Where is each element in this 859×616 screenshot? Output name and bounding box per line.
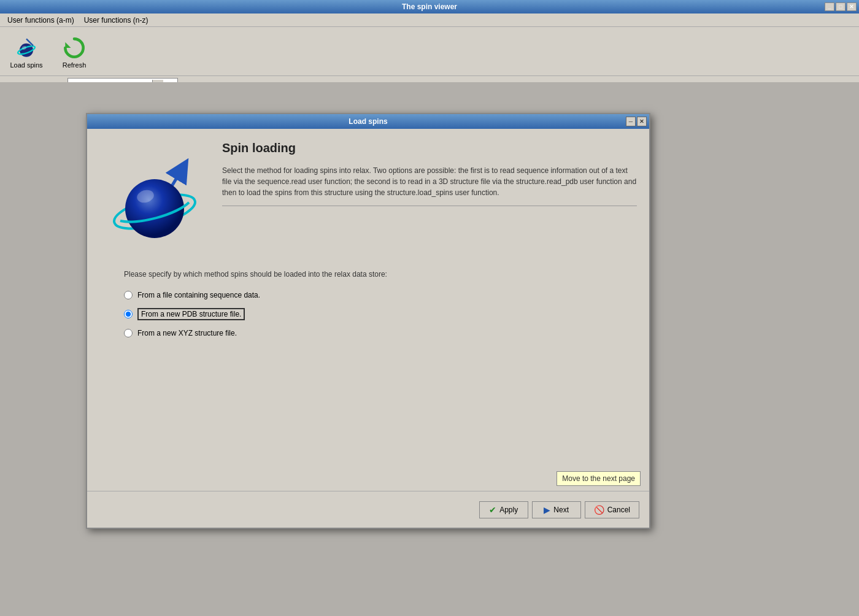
radio-pdb-input[interactable] [124,310,133,318]
dialog-icon-area [99,141,210,245]
svg-point-8 [125,179,184,238]
dialog-top: Spin loading Select the method for loadi… [99,141,637,245]
dialog-heading: Spin loading [222,141,637,155]
maximize-btn[interactable]: □ [836,2,846,11]
load-spins-dialog: Load spins ─ ✕ [86,113,650,529]
refresh-button[interactable]: Refresh [53,30,96,73]
dialog-close-btn[interactable]: ✕ [637,117,647,126]
apply-label: Apply [499,506,518,514]
dialog-body: Spin loading Select the method for loadi… [87,129,649,528]
menu-user-functions-nz[interactable]: User functions (n-z) [79,15,153,26]
spin-ball-illustration [106,141,204,245]
next-tooltip: Move to the next page [557,471,641,486]
svg-point-0 [20,43,33,56]
next-button[interactable]: ▶ Next [532,501,581,518]
main-content: Load spins ─ ✕ [0,82,859,616]
tooltip-text: Move to the next page [562,474,635,483]
next-icon: ▶ [544,505,550,515]
radio-pdb-label: From a new PDB structure file. [137,308,245,320]
dialog-titlebar: Load spins ─ ✕ [87,114,649,129]
radio-option-xyz[interactable]: From a new XYZ structure file. [124,329,612,337]
load-spins-label: Load spins [10,61,42,69]
menu-bar: User functions (a-m) User functions (n-z… [0,13,859,27]
title-bar-buttons: _ □ ✕ [825,2,857,11]
refresh-icon [61,34,88,61]
dialog-title: Load spins [349,117,387,126]
cancel-icon: 🚫 [594,505,604,515]
radio-xyz-input[interactable] [124,329,133,337]
load-spins-button[interactable]: Load spins [5,30,48,73]
apply-icon: ✔ [489,505,496,515]
close-btn[interactable]: ✕ [847,2,857,11]
load-spins-icon [13,34,40,61]
radio-question: Please specify by which method spins sho… [124,270,612,279]
next-label: Next [553,506,569,514]
radio-option-pdb[interactable]: From a new PDB structure file. [124,308,612,320]
svg-marker-4 [65,42,71,47]
radio-sequence-input[interactable] [124,291,133,299]
dialog-footer: ✔ Apply ▶ Next 🚫 Cancel [87,491,649,528]
dialog-description: Select the method for loading spins into… [222,165,637,198]
cancel-button[interactable]: 🚫 Cancel [585,501,639,518]
menu-user-functions-am[interactable]: User functions (a-m) [2,15,79,26]
radio-section: Please specify by which method spins sho… [99,258,637,358]
refresh-label: Refresh [63,61,87,69]
cancel-label: Cancel [607,506,630,514]
title-bar: The spin viewer _ □ ✕ [0,0,859,13]
toolbar: Load spins Refresh [0,27,859,76]
apply-button[interactable]: ✔ Apply [479,501,528,518]
minimize-btn[interactable]: _ [825,2,834,11]
dialog-divider [222,206,637,206]
radio-option-sequence[interactable]: From a file containing sequence data. [124,291,612,299]
dialog-minimize-btn[interactable]: ─ [626,117,636,126]
radio-xyz-label: From a new XYZ structure file. [137,329,237,337]
app-title: The spin viewer [402,2,457,11]
radio-sequence-label: From a file containing sequence data. [137,291,260,299]
dialog-titlebar-right-btns: ─ ✕ [626,117,647,126]
dialog-text-area: Spin loading Select the method for loadi… [222,141,637,245]
